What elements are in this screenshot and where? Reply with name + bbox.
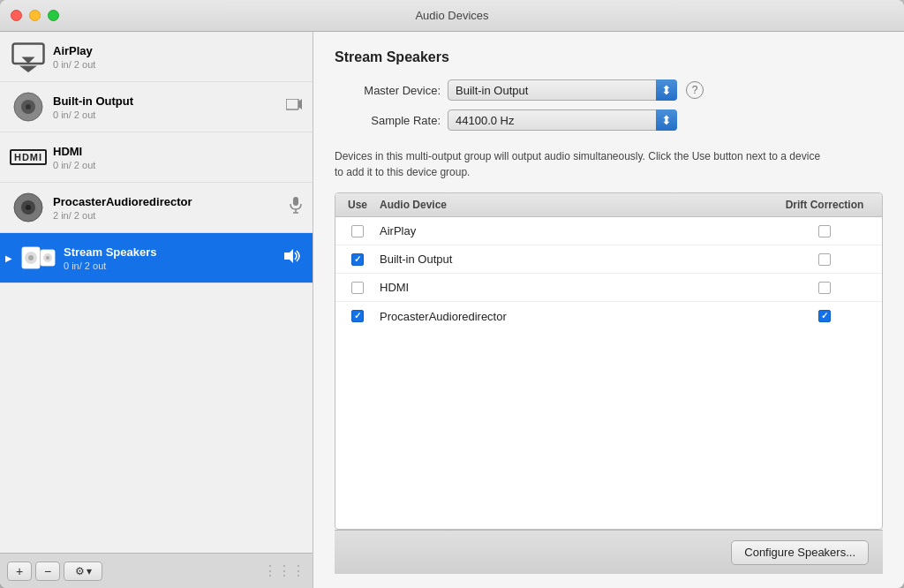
hdmi-drift-cell bbox=[767, 282, 882, 294]
builtin-name: Built-in Output bbox=[53, 94, 286, 108]
add-icon: + bbox=[16, 564, 23, 578]
procaster-device-name: ProcasterAudioredirector bbox=[380, 310, 767, 323]
hdmi-icon: HDMI bbox=[11, 139, 46, 175]
hdmi-name: HDMI bbox=[53, 145, 302, 158]
builtin-badge bbox=[286, 99, 302, 115]
sample-rate-row: Sample Rate: 44100.0 Hz ⬍ bbox=[335, 109, 883, 131]
play-arrow-icon: ▶ bbox=[5, 253, 12, 263]
sidebar-item-airplay[interactable]: AirPlay 0 in/ 2 out bbox=[0, 32, 313, 82]
gear-icon: ⚙ bbox=[75, 565, 85, 577]
sidebar-item-stream-speakers[interactable]: ▶ Stream Speakers 0 in/ 2 o bbox=[0, 233, 313, 283]
help-button[interactable]: ? bbox=[686, 81, 704, 99]
airplay-info: AirPlay 0 in/ 2 out bbox=[53, 44, 302, 70]
main-panel: Stream Speakers Master Device: Built-in … bbox=[313, 32, 904, 588]
airplay-name: AirPlay bbox=[53, 44, 302, 57]
procaster-speaker-icon bbox=[11, 190, 46, 225]
configure-speakers-button[interactable]: Configure Speakers... bbox=[731, 540, 869, 565]
stream-speakers-icon bbox=[21, 240, 56, 275]
builtin-drift-checkbox[interactable] bbox=[818, 253, 831, 266]
sidebar-item-builtin[interactable]: Built-in Output 0 in/ 2 out bbox=[0, 82, 313, 132]
master-device-select-wrapper: Built-in Output ⬍ bbox=[448, 79, 677, 101]
svg-rect-11 bbox=[293, 197, 298, 206]
master-device-label: Master Device: bbox=[335, 84, 441, 97]
hdmi-info: HDMI 0 in/ 2 out bbox=[53, 145, 302, 170]
builtin-speaker-icon bbox=[11, 89, 46, 124]
sidebar-item-hdmi[interactable]: HDMI HDMI 0 in/ 2 out bbox=[0, 132, 313, 183]
airplay-io: 0 in/ 2 out bbox=[53, 59, 302, 70]
airplay-use-cell bbox=[335, 225, 380, 237]
hdmi-label-text: HDMI bbox=[10, 149, 47, 165]
device-table: Use Audio Device Drift Correction AirPla… bbox=[335, 192, 883, 530]
procaster-io: 2 in/ 2 out bbox=[53, 210, 290, 221]
panel-title: Stream Speakers bbox=[335, 49, 883, 65]
stream-speakers-name: Stream Speakers bbox=[64, 245, 284, 259]
device-list: AirPlay 0 in/ 2 out Built-in Outp bbox=[0, 32, 313, 553]
audio-devices-window: Audio Devices AirPlay 0 i bbox=[0, 0, 904, 588]
maximize-button[interactable] bbox=[48, 10, 59, 21]
sample-rate-select-wrapper: 44100.0 Hz ⬍ bbox=[448, 109, 677, 131]
stream-speakers-info: Stream Speakers 0 in/ 2 out bbox=[64, 245, 284, 271]
close-button[interactable] bbox=[11, 10, 22, 21]
hdmi-io: 0 in/ 2 out bbox=[53, 160, 302, 170]
builtin-io: 0 in/ 2 out bbox=[53, 109, 286, 120]
master-device-select[interactable]: Built-in Output bbox=[448, 79, 677, 101]
minimize-button[interactable] bbox=[29, 10, 41, 21]
titlebar: Audio Devices bbox=[0, 0, 904, 32]
add-device-button[interactable]: + bbox=[7, 562, 32, 581]
sample-rate-label: Sample Rate: bbox=[335, 114, 441, 127]
builtin-use-cell bbox=[335, 253, 380, 266]
table-row: ProcasterAudioredirector bbox=[335, 302, 882, 330]
svg-point-16 bbox=[28, 255, 34, 260]
col-device-header: Audio Device bbox=[380, 197, 767, 213]
svg-marker-1 bbox=[19, 65, 37, 72]
chevron-down-icon: ▾ bbox=[87, 565, 92, 577]
builtin-use-checkbox[interactable] bbox=[351, 253, 364, 266]
hdmi-use-checkbox[interactable] bbox=[351, 282, 364, 294]
col-drift-header: Drift Correction bbox=[767, 197, 882, 213]
stream-speakers-volume-icon bbox=[284, 249, 302, 267]
sidebar: AirPlay 0 in/ 2 out Built-in Outp bbox=[0, 32, 313, 588]
svg-marker-20 bbox=[284, 249, 293, 263]
sidebar-item-procaster[interactable]: ProcasterAudioredirector 2 in/ 2 out bbox=[0, 183, 313, 233]
table-header: Use Audio Device Drift Correction bbox=[335, 193, 882, 217]
resize-handle: ⋮⋮⋮ bbox=[263, 562, 305, 579]
hdmi-device-name: HDMI bbox=[380, 281, 767, 294]
airplay-icon bbox=[11, 39, 46, 74]
window-controls bbox=[11, 10, 59, 21]
airplay-drift-cell bbox=[767, 225, 882, 237]
svg-rect-6 bbox=[286, 99, 298, 109]
window-title: Audio Devices bbox=[415, 9, 488, 22]
procaster-drift-checkbox[interactable] bbox=[818, 310, 831, 322]
remove-icon: − bbox=[44, 564, 51, 578]
procaster-drift-cell bbox=[767, 310, 882, 322]
airplay-use-checkbox[interactable] bbox=[351, 225, 364, 237]
table-row: HDMI bbox=[335, 274, 882, 302]
stream-speakers-io: 0 in/ 2 out bbox=[64, 260, 284, 271]
svg-point-10 bbox=[26, 205, 31, 210]
airplay-device-name: AirPlay bbox=[380, 224, 767, 237]
table-row: Built-in Output bbox=[335, 245, 882, 274]
airplay-drift-checkbox[interactable] bbox=[818, 225, 831, 237]
table-row: AirPlay bbox=[335, 217, 882, 245]
description-text: Devices in this multi-output group will … bbox=[335, 148, 829, 180]
main-content: AirPlay 0 in/ 2 out Built-in Outp bbox=[0, 32, 904, 588]
procaster-info: ProcasterAudioredirector 2 in/ 2 out bbox=[53, 195, 290, 221]
sample-rate-select[interactable]: 44100.0 Hz bbox=[448, 109, 677, 131]
svg-point-19 bbox=[46, 256, 49, 260]
remove-device-button[interactable]: − bbox=[35, 562, 60, 581]
master-device-row: Master Device: Built-in Output ⬍ ? bbox=[335, 79, 883, 101]
col-use-header: Use bbox=[335, 197, 380, 213]
sidebar-footer: + − ⚙ ▾ ⋮⋮⋮ bbox=[0, 553, 313, 588]
bottom-bar: Configure Speakers... bbox=[335, 530, 883, 574]
hdmi-drift-checkbox[interactable] bbox=[818, 282, 831, 294]
builtin-drift-cell bbox=[767, 253, 882, 266]
builtin-info: Built-in Output 0 in/ 2 out bbox=[53, 94, 286, 120]
procaster-name: ProcasterAudioredirector bbox=[53, 195, 290, 208]
settings-button[interactable]: ⚙ ▾ bbox=[64, 562, 102, 581]
svg-point-5 bbox=[26, 104, 31, 109]
hdmi-use-cell bbox=[335, 282, 380, 294]
procaster-use-cell bbox=[335, 310, 380, 322]
procaster-mic-icon bbox=[290, 197, 302, 218]
builtin-device-name: Built-in Output bbox=[380, 253, 767, 266]
procaster-use-checkbox[interactable] bbox=[351, 310, 364, 322]
